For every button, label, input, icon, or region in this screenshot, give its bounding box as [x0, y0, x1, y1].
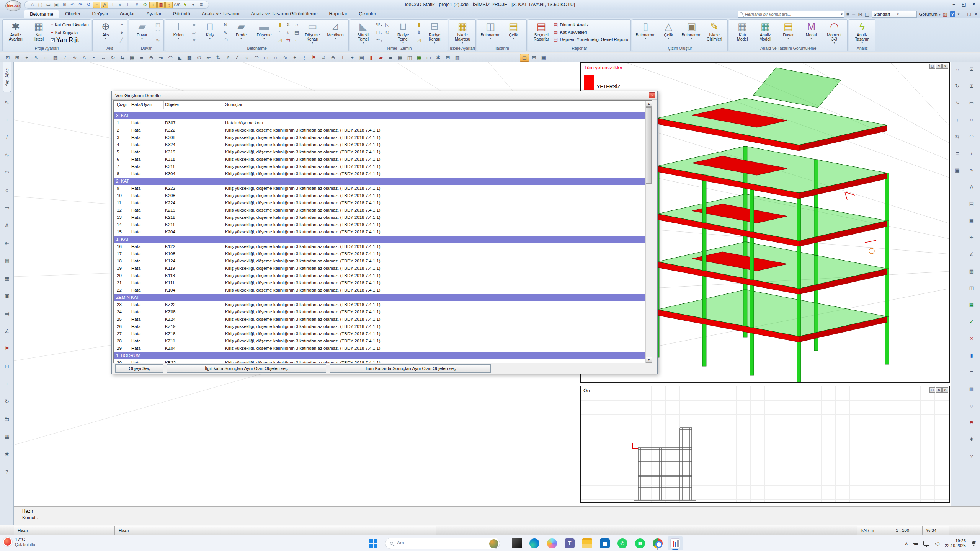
scrollbar-thumb[interactable] [646, 107, 652, 184]
duvar-kose-icon[interactable]: ◳ [154, 21, 162, 29]
dairesel-kolon-icon[interactable]: ● [190, 21, 198, 29]
radye-yuk-icon[interactable]: ▮ [415, 21, 423, 29]
radye-temel-button[interactable]: ⊔RadyeTemel▾ [392, 20, 415, 44]
tasarim-betonarme-dropdown-icon[interactable]: ▾ [479, 37, 502, 40]
duvar-dropdown-icon[interactable]: ▾ [131, 37, 154, 40]
doseme-ag-icon[interactable]: # [284, 29, 292, 36]
leader-icon[interactable]: ↗ [223, 54, 232, 62]
point-icon[interactable]: • [89, 54, 98, 62]
zoom-window-icon[interactable]: ⊡ [967, 65, 977, 73]
tab-betonarme[interactable]: Betonarme [24, 10, 59, 18]
storey-group-header[interactable]: 1. KAT [114, 236, 646, 243]
line-icon[interactable]: / [60, 54, 70, 62]
paper-space-icon[interactable]: ▤ [520, 54, 529, 62]
iskele-makrosu-dropdown-icon[interactable]: ▾ [451, 41, 474, 44]
error-row[interactable]: 23HataKZ22Kiriş yüksekliği, döşeme kalın… [114, 301, 646, 308]
zoom-icon[interactable]: ⊡ [2, 362, 12, 371]
quick-analysis-icon[interactable]: ϟ [181, 2, 189, 8]
dim-vertical-icon[interactable]: ⇅ [214, 54, 223, 62]
text-icon[interactable]: A [80, 54, 89, 62]
grid-2-icon[interactable]: ⊞ [443, 54, 452, 62]
mirror-icon[interactable]: ⇆ [952, 132, 962, 141]
flag-icon[interactable]: ⚑ [967, 419, 977, 427]
moment-3-3-dropdown-icon[interactable]: ▾ [823, 41, 846, 44]
taskbar-app-chrome[interactable] [650, 536, 665, 550]
tab-analiz-ve-tasar-m-g-r-nt-leme[interactable]: Analiz ve Tasarım Görüntüleme [245, 10, 323, 18]
maximize-button[interactable]: ◱ [961, 2, 967, 7]
zoom-extents-icon[interactable]: ⊞ [13, 54, 22, 62]
polyline-icon[interactable]: ∿ [2, 150, 12, 160]
node-icon[interactable]: + [2, 115, 12, 124]
views-icon[interactable]: ◫ [967, 284, 977, 292]
dim-angle-icon[interactable]: ∠ [233, 54, 242, 62]
pabuc-icon[interactable]: ◺ [384, 21, 391, 29]
error-row[interactable]: 17HataK108Kiriş yüksekliği, döşeme kalın… [114, 250, 646, 258]
snap-grid-icon[interactable]: # [133, 2, 140, 8]
surekli-temel-dropdown-icon[interactable]: ▾ [352, 41, 375, 44]
cizim-celik-button[interactable]: △Çelik▾ [657, 20, 680, 40]
aks-dropdown-icon[interactable]: ▾ [94, 37, 117, 40]
text-icon[interactable]: A [967, 183, 977, 191]
taskbar-app-pinned-app[interactable] [509, 536, 524, 550]
select-same-in-storey-button[interactable]: İlgili katta Sonuçları Aynı Olan Objeler… [167, 364, 326, 373]
block-icon[interactable]: ▦ [2, 274, 12, 283]
duvar-yay-icon[interactable]: ⌒ [154, 29, 162, 36]
taskbar-app-copilot[interactable] [544, 536, 560, 550]
rotate-icon[interactable]: ↻ [2, 397, 12, 406]
move-icon[interactable]: ↔ [952, 65, 962, 73]
error-row[interactable]: 10HataK208Kiriş yüksekliği, döşeme kalın… [114, 192, 646, 199]
redo-icon[interactable]: ↷ [77, 2, 84, 8]
command-search-input[interactable] [745, 11, 835, 17]
home-icon[interactable]: ⌂ [29, 2, 36, 8]
measure-icon[interactable]: ∅ [194, 54, 204, 62]
storey-group-header[interactable]: 1. BODRUM [114, 352, 646, 359]
kiris-button[interactable]: ⊓Kiriş▾ [198, 20, 221, 40]
error-row[interactable]: 12HataK219Kiriş yüksekliği, döşeme kalın… [114, 207, 646, 214]
doc-restore-button[interactable]: ◱ [967, 12, 971, 17]
clock[interactable]: 19:23 22.10.2025 [945, 538, 966, 548]
zoom-window-icon[interactable]: ⊡ [3, 54, 12, 62]
merdiven-button[interactable]: ⊿Merdiven▾ [324, 20, 347, 40]
snap-nearest-icon[interactable]: ↕ [165, 2, 173, 8]
error-row[interactable]: 9HataK222Kiriş yüksekliği, döşeme kalınl… [114, 185, 646, 192]
view-maximize-button[interactable]: ◻ [929, 64, 935, 69]
flag-icon[interactable]: ⚑ [2, 344, 12, 353]
view-rotate-button[interactable]: ↻ [936, 64, 942, 69]
cizim-betonarme-dropdown-icon[interactable]: ▾ [634, 37, 657, 40]
flag-red-icon[interactable]: ⚑ [309, 54, 318, 62]
kazik-icon[interactable]: Π ▾ [375, 29, 383, 36]
roof-icon[interactable]: ⌂ [271, 54, 280, 62]
tab-ayarlar[interactable]: Ayarlar [140, 10, 167, 18]
error-row[interactable]: 25HataKZ24Kiriş yüksekliği, döşeme kalın… [114, 316, 646, 323]
layer-list-icon[interactable]: ≡ [846, 11, 849, 17]
arc-icon[interactable]: ◠ [252, 54, 261, 62]
osnap-icon[interactable]: ⊕ [328, 54, 338, 62]
storey-group-header[interactable]: 2. KAT [114, 178, 646, 185]
moment-3-3-button[interactable]: ◠Moment3-3▾ [823, 20, 846, 44]
tray-chevron-icon[interactable]: ∧ [905, 541, 908, 546]
options-icon[interactable]: ✱ [2, 450, 12, 459]
error-row[interactable]: 15HataK204Kiriş yüksekliği, döşeme kalın… [114, 228, 646, 236]
draw-order-icon[interactable]: ≡ [93, 2, 100, 8]
taskbar-search[interactable] [385, 538, 500, 549]
layers-icon[interactable]: ▤ [357, 54, 366, 62]
error-row[interactable]: 24HataKZ08Kiriş yüksekliği, döşeme kalın… [114, 308, 646, 316]
radye-aktar-icon[interactable]: ⇕ [415, 29, 423, 36]
arc-icon[interactable]: ◠ [967, 132, 977, 141]
tab-izimler[interactable]: Çizimler [353, 10, 382, 18]
deprem-yonetmeligi-genel-raporu-button[interactable]: ▤Deprem Yönetmeliği Genel Raporu [554, 36, 628, 43]
tab-analiz-ve-tasar-m[interactable]: Analiz ve Tasarım [196, 10, 245, 18]
doseme-aktar-icon[interactable]: ⇕ [284, 21, 292, 29]
kazik-basligi-icon[interactable]: Ω [384, 29, 391, 36]
duvar-egri-icon[interactable]: ∿ [154, 36, 162, 44]
grid-icon[interactable]: # [319, 54, 328, 62]
error-row[interactable]: 28HataKZ11Kiriş yüksekliği, döşeme kalın… [114, 337, 646, 345]
view-close-button[interactable]: ✕ [942, 64, 948, 69]
circle-dash-icon[interactable]: ◌ [967, 402, 977, 410]
taskbar-app-file-explorer[interactable] [580, 536, 595, 550]
scale-as-icon[interactable]: A/s [173, 2, 181, 8]
error-row[interactable]: 26HataKZ19Kiriş yüksekliği, döşeme kalın… [114, 323, 646, 330]
error-row[interactable]: 11HataK224Kiriş yüksekliği, döşeme kalın… [114, 199, 646, 207]
perpendicular-icon[interactable]: ⊥ [109, 2, 116, 8]
taskbar-app-spotify[interactable]: ≋ [632, 536, 648, 550]
